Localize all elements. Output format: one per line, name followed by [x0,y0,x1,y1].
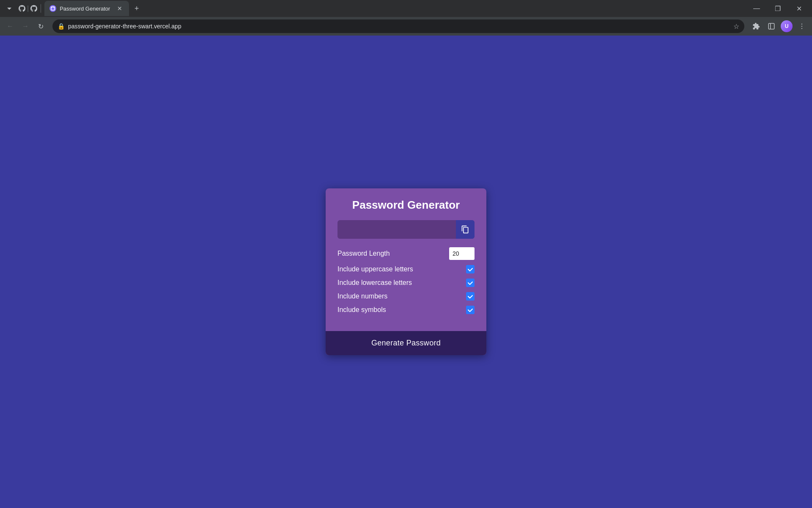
extensions-button[interactable] [749,19,763,33]
checkmark-icon [467,280,473,286]
checkmark-icon [467,266,473,272]
svg-point-6 [801,26,802,27]
menu-button[interactable] [795,19,809,33]
option-label-3: Include symbols [337,306,386,314]
checkmark-icon [467,307,473,313]
lock-icon: 🔒 [58,23,65,30]
option-row-0: Include uppercase letters [337,265,475,273]
checkbox-2[interactable] [466,292,475,301]
github-icon-2 [30,5,37,12]
tab-dropdown[interactable] [3,3,15,14]
checkbox-1[interactable] [466,279,475,287]
browser-chrome: | Password Generator ✕ [0,0,812,36]
separator: | [27,5,29,12]
address-bar[interactable]: 🔒 password-generator-three-swart.vercel.… [52,19,744,33]
checkmark-icon [467,293,473,299]
clipboard-icon [461,225,469,234]
checkbox-3[interactable] [466,306,475,314]
option-label-0: Include uppercase letters [337,265,413,273]
nav-bar: ← → ↻ 🔒 password-generator-three-swart.v… [0,17,812,36]
checkbox-0[interactable] [466,265,475,273]
svg-rect-3 [768,23,774,29]
profile-avatar: U [781,20,793,32]
new-tab-button[interactable]: + [131,3,143,14]
reload-button[interactable]: ↻ [34,19,47,33]
option-row-2: Include numbers [337,292,475,301]
tab-bar: | Password Generator ✕ [0,0,812,17]
tab-close-button[interactable]: ✕ [115,4,124,13]
password-length-input[interactable] [449,247,475,260]
page-content: Password Generator Password Length Inclu… [0,36,812,508]
url-text: password-generator-three-swart.vercel.ap… [68,23,730,30]
copy-button[interactable] [456,220,475,239]
generate-password-button[interactable]: Generate Password [326,331,486,355]
password-length-label: Password Length [337,250,390,257]
profile-button[interactable]: U [780,19,793,33]
active-tab[interactable]: Password Generator ✕ [44,1,129,16]
card-title: Password Generator [337,199,475,212]
tab-bar-left: | Password Generator ✕ [3,1,745,16]
tab-favicon [49,5,56,12]
svg-point-7 [801,28,802,29]
svg-rect-0 [51,7,55,10]
password-output-row [337,220,475,239]
option-label-1: Include lowercase letters [337,279,412,287]
minimize-button[interactable]: — [747,2,766,15]
back-button[interactable]: ← [3,19,17,33]
sidebar-button[interactable] [765,19,778,33]
option-row-1: Include lowercase letters [337,279,475,287]
card-body: Password Generator Password Length Inclu… [326,188,486,331]
tab-title: Password Generator [60,6,112,12]
close-button[interactable]: ✕ [789,2,809,15]
github-icon-group: | [19,5,37,12]
password-generator-card: Password Generator Password Length Inclu… [326,188,486,355]
tab-separator [41,4,41,13]
card-footer: Generate Password [326,331,486,355]
options-container: Include uppercase lettersInclude lowerca… [337,265,475,314]
window-controls: — ❐ ✕ [747,2,809,15]
option-label-2: Include numbers [337,293,387,300]
password-length-row: Password Length [337,247,475,260]
nav-right-icons: U [749,19,809,33]
option-row-3: Include symbols [337,306,475,314]
github-icon [19,5,25,12]
bookmark-icon[interactable]: ☆ [733,22,739,30]
maximize-button[interactable]: ❐ [768,2,787,15]
svg-point-5 [801,24,802,25]
forward-button[interactable]: → [19,19,32,33]
